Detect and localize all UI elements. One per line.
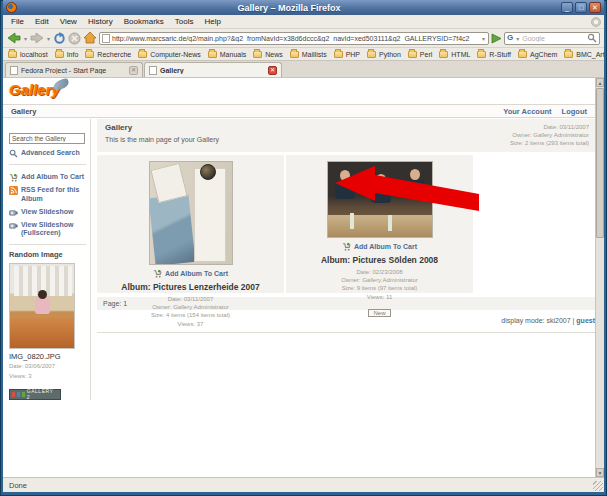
menu-view[interactable]: View <box>55 16 82 27</box>
breadcrumb[interactable]: Gallery <box>11 107 36 116</box>
gallery-search-input[interactable] <box>9 133 85 144</box>
tab-gallery[interactable]: Gallery ✕ <box>144 62 282 77</box>
resize-grip[interactable] <box>593 481 603 491</box>
random-image-date: Date: 03/06/2007 <box>9 363 86 371</box>
bookmarks-toolbar: localhost Info Recherche Computer-News M… <box>3 48 604 61</box>
url-dropdown-icon[interactable]: ▾ <box>482 35 485 42</box>
bookmark-php[interactable]: PHP <box>334 51 360 58</box>
album-thumbnail-lenzerheide[interactable] <box>149 161 233 265</box>
status-bar: Done <box>3 477 604 492</box>
tab-close-icon[interactable]: ✕ <box>129 66 138 75</box>
new-badge: New <box>368 309 390 317</box>
bookmark-html[interactable]: HTML <box>439 51 470 58</box>
gallery-subtitle: This is the main page of your Gallery <box>105 136 219 143</box>
back-dropdown-icon[interactable]: ▾ <box>24 35 27 42</box>
your-account-link[interactable]: Your Account <box>503 107 551 116</box>
bookmark-localhost[interactable]: localhost <box>8 51 48 58</box>
bookmark-bmc-articles[interactable]: BMC_Articles <box>564 51 604 58</box>
scroll-up-icon[interactable]: ▲ <box>596 78 604 87</box>
tab-bar: Fedora Project - Start Page ✕ Gallery ✕ <box>3 61 604 78</box>
guest-mode-link[interactable]: guest <box>576 317 595 324</box>
maximize-icon[interactable]: □ <box>575 2 587 13</box>
forward-dropdown-icon[interactable]: ▾ <box>47 35 50 42</box>
random-image-filename[interactable]: IMG_0820.JPG <box>9 352 86 361</box>
menu-edit[interactable]: Edit <box>30 16 54 27</box>
url-bar[interactable]: ▾ <box>99 32 489 45</box>
tab-fedora-start-page[interactable]: Fedora Project - Start Page ✕ <box>5 62 143 77</box>
folder-icon <box>334 51 343 58</box>
gallery-title: Gallery <box>105 123 219 132</box>
bookmark-maillists[interactable]: Maillists <box>290 51 327 58</box>
close-icon[interactable]: ✕ <box>589 2 601 13</box>
page-content: Gallery Gallery Your Account Logout Adva… <box>3 78 604 477</box>
bookmark-computer-news[interactable]: Computer-News <box>138 51 201 58</box>
bookmark-info[interactable]: Info <box>55 51 79 58</box>
menu-file[interactable]: File <box>6 16 29 27</box>
minimize-icon[interactable]: _ <box>561 2 573 13</box>
bookmark-news[interactable]: News <box>253 51 283 58</box>
scrollbar-thumb[interactable] <box>596 88 604 238</box>
advanced-search-link[interactable]: Advanced Search <box>21 149 80 158</box>
folder-icon <box>253 51 262 58</box>
bookmark-manuals[interactable]: Manuals <box>208 51 246 58</box>
logout-link[interactable]: Logout <box>562 107 587 116</box>
search-bar[interactable]: G ▾ <box>504 32 600 45</box>
slideshow-fullscreen-icon <box>9 221 18 230</box>
back-button[interactable] <box>7 32 21 44</box>
bookmark-agchem[interactable]: AgChem <box>518 51 557 58</box>
add-to-cart-icon <box>9 173 18 182</box>
vertical-scrollbar[interactable]: ▲ ▼ <box>595 78 604 477</box>
search-magnifier-icon[interactable] <box>587 33 597 43</box>
reload-button[interactable] <box>53 32 66 45</box>
bookmark-r-stuff[interactable]: R-Stuff <box>477 51 511 58</box>
bookmark-perl[interactable]: Perl <box>408 51 432 58</box>
add-to-cart-icon <box>342 242 351 251</box>
menu-help[interactable]: Help <box>199 16 225 27</box>
folder-icon <box>85 51 94 58</box>
forward-button[interactable] <box>30 32 44 44</box>
throbber-icon <box>591 17 601 27</box>
bookmark-python[interactable]: Python <box>367 51 401 58</box>
tab-document-icon <box>149 66 157 75</box>
sidebar-add-album-to-cart-link[interactable]: Add Album To Cart <box>21 173 84 182</box>
stop-button[interactable] <box>68 32 81 45</box>
stop-icon <box>68 32 81 45</box>
sidebar: Advanced Search Add Album To Cart RSS Fe… <box>3 119 91 400</box>
display-mode-label: display mode: ski2007 | <box>501 317 574 324</box>
bookmark-recherche[interactable]: Recherche <box>85 51 131 58</box>
random-image-thumbnail[interactable] <box>9 263 75 349</box>
album1-title-link[interactable]: Album: Pictures Lenzerheide 2007 <box>97 282 284 292</box>
album2-title-link[interactable]: Album: Pictures Sölden 2008 <box>286 255 473 265</box>
titlebar[interactable]: Gallery – Mozilla Firefox _ □ ✕ <box>3 0 604 15</box>
home-icon <box>83 32 97 44</box>
search-engine-dropdown-icon[interactable]: ▾ <box>516 35 519 42</box>
menu-bookmarks[interactable]: Bookmarks <box>119 16 169 27</box>
home-button[interactable] <box>83 32 97 44</box>
web-search-input[interactable] <box>522 35 585 42</box>
content-bottom-divider <box>97 332 597 333</box>
album1-add-to-cart-link[interactable]: Add Album To Cart <box>165 270 228 277</box>
main-area: Gallery This is the main page of your Ga… <box>97 119 597 333</box>
back-icon <box>7 32 21 44</box>
view-slideshow-fullscreen-link[interactable]: View Slideshow (Fullscreen) <box>21 221 86 239</box>
rss-feed-link[interactable]: RSS Feed for this Album <box>21 186 86 204</box>
breadcrumb-bar: Gallery Your Account Logout <box>3 104 595 118</box>
view-slideshow-link[interactable]: View Slideshow <box>21 208 73 217</box>
url-input[interactable] <box>112 35 479 42</box>
menu-history[interactable]: History <box>83 16 118 27</box>
scroll-down-icon[interactable]: ▼ <box>596 468 604 477</box>
album2-add-to-cart-link[interactable]: Add Album To Cart <box>354 243 417 250</box>
go-icon <box>491 33 502 44</box>
page-number-label: Page: 1 <box>103 300 127 307</box>
gallery2-badge[interactable]: GALLERY 2 <box>9 389 61 400</box>
random-image-block: Random Image IMG_0820.JPG Date: 03/06/20… <box>9 250 86 381</box>
folder-icon <box>138 51 147 58</box>
slideshow-icon <box>9 208 18 217</box>
red-arrow-annotation <box>333 166 481 218</box>
firefox-window: Gallery – Mozilla Firefox _ □ ✕ File Edi… <box>0 0 607 496</box>
gallery-logo[interactable]: Gallery <box>9 81 60 98</box>
menu-tools[interactable]: Tools <box>170 16 199 27</box>
tab-close-icon[interactable]: ✕ <box>268 66 277 75</box>
go-button[interactable] <box>491 33 502 44</box>
forward-icon <box>30 32 44 44</box>
